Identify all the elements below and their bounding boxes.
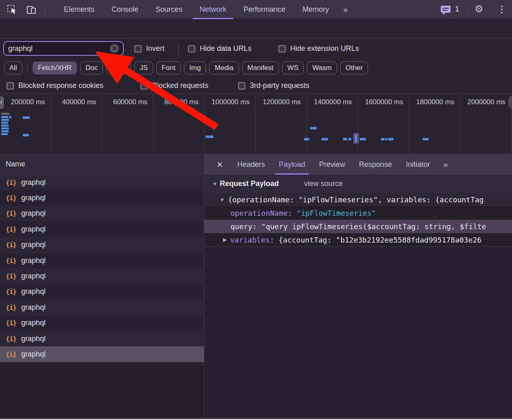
request-name: graphql (21, 256, 46, 265)
settings-gear-icon[interactable]: ⚙ (475, 4, 484, 14)
chip-manifest[interactable]: Manifest (242, 61, 279, 74)
request-row[interactable]: {i}graphql (0, 175, 204, 190)
timeline-request-bar (23, 116, 30, 119)
details-tab-initiator[interactable]: Initiator (399, 154, 437, 175)
more-tabs-icon[interactable]: » (337, 0, 352, 19)
filter-input-wrapper: ✕ (3, 41, 124, 56)
request-name: graphql (21, 335, 46, 343)
hide-extension-urls-checkbox[interactable]: Hide extension URLs (278, 44, 359, 53)
network-overview-timeline[interactable]: 200000 ms400000 ms600000 ms800000 ms1000… (0, 94, 512, 154)
chip-doc[interactable]: Doc (80, 61, 103, 74)
hide-data-urls-checkbox[interactable]: Hide data URLs (188, 44, 252, 53)
timeline-request-bar (343, 138, 347, 140)
request-row[interactable]: {i}graphql (0, 331, 204, 346)
request-row[interactable]: {i}graphql (0, 206, 204, 221)
fetch-xhr-icon: {i} (6, 350, 16, 358)
request-row[interactable]: {i}graphql (0, 221, 204, 237)
chip-ws[interactable]: WS (282, 61, 304, 74)
request-row[interactable]: {i}graphql (0, 190, 204, 206)
timeline-tick-label: 600000 ms (113, 98, 153, 106)
chip-other[interactable]: Other (340, 61, 368, 74)
json-key: operationName: (230, 209, 297, 217)
chip-font[interactable]: Font (156, 61, 181, 74)
chip-img[interactable]: Img (184, 61, 206, 74)
timeline-request-bar (1, 122, 8, 124)
timeline-column: 2000000 ms (460, 94, 512, 154)
invert-checkbox[interactable]: Invert (134, 44, 164, 53)
more-filters-row: Blocked response cookiesBlocked requests… (0, 77, 512, 94)
checkbox[interactable] (278, 45, 286, 52)
payload-summary-row[interactable]: ▼ {operationName: "ipFlowTimeseries", va… (204, 193, 512, 206)
timeline-request-bar (304, 138, 309, 140)
device-toolbar-icon[interactable] (26, 4, 37, 15)
payload-variables-row[interactable]: ▶ variables: {accountTag: "b12e3b2192ee5… (204, 233, 512, 247)
checkbox[interactable] (140, 82, 148, 90)
timeline-request-bar (385, 138, 387, 140)
invert-label: Invert (146, 44, 164, 53)
view-source-link[interactable]: view source (304, 179, 343, 188)
timeline-request-bar (1, 116, 9, 118)
chip-js[interactable]: JS (134, 61, 153, 74)
request-row[interactable]: {i}graphql (0, 253, 204, 268)
request-payload-section-header[interactable]: ▼ Request Payload view source (204, 175, 512, 193)
checkbox[interactable] (134, 45, 142, 52)
triangle-expanded-icon: ▼ (220, 197, 225, 203)
name-column-header[interactable]: Name (0, 154, 204, 175)
chip-fetchxhr[interactable]: Fetch/XHR (33, 61, 77, 74)
tab-performance[interactable]: Performance (235, 0, 294, 19)
timeline-selected-request-marker (353, 133, 359, 144)
request-row[interactable]: {i}graphql (0, 284, 204, 300)
network-filter-row: ✕ Invert Hide data URLs Hide extension U… (0, 39, 512, 58)
request-row[interactable]: {i}graphql (0, 268, 204, 284)
chip-media[interactable]: Media (209, 61, 238, 74)
payload-query-row-selected[interactable]: query: "query ipFlowTimeseries($accountT… (204, 220, 512, 233)
console-messages-icon[interactable] (440, 5, 453, 15)
request-row[interactable]: {i}graphql (0, 300, 204, 315)
request-row[interactable]: {i}graphql (0, 237, 204, 253)
tab-sources[interactable]: Sources (147, 0, 191, 19)
blocked-requests-checkbox[interactable]: Blocked requests (140, 81, 208, 90)
tab-network[interactable]: Network (191, 0, 235, 19)
timeline-request-bar (206, 136, 213, 138)
details-tab-preview[interactable]: Preview (312, 154, 352, 175)
timeline-left-handle[interactable]: I (0, 96, 4, 109)
timeline-request-bar (422, 138, 429, 140)
timeline-request-bar (310, 127, 317, 129)
timeline-request-bar (1, 133, 8, 135)
request-name: graphql (21, 272, 46, 280)
chip-all[interactable]: All (4, 61, 22, 74)
timeline-request-bar (1, 130, 9, 132)
request-row[interactable]: {i}graphql (0, 315, 204, 331)
tab-elements[interactable]: Elements (55, 0, 103, 19)
timeline-tick-label: 1800000 ms (416, 98, 460, 106)
details-tab-response[interactable]: Response (352, 154, 399, 175)
payload-operationname-row[interactable]: operationName: "ipFlowTimeseries" (204, 206, 512, 220)
details-tab-headers[interactable]: Headers (230, 154, 272, 175)
checkbox[interactable] (188, 45, 195, 52)
checkbox-label: Blocked response cookies (18, 81, 103, 90)
more-details-tabs-icon[interactable]: » (439, 160, 451, 169)
timeline-right-handle[interactable] (509, 96, 512, 108)
details-tab-payload[interactable]: Payload (272, 154, 312, 175)
tab-console[interactable]: Console (103, 0, 147, 19)
checkbox[interactable] (7, 82, 14, 90)
devtools-tabs: ElementsConsoleSourcesNetworkPerformance… (55, 0, 352, 19)
triangle-collapsed-icon: ▶ (223, 237, 227, 243)
blocked-response-cookies-checkbox[interactable]: Blocked response cookies (7, 81, 103, 90)
chip-wasm[interactable]: Wasm (307, 61, 337, 74)
more-options-icon[interactable]: ⋮ (497, 4, 506, 15)
tab-memory[interactable]: Memory (294, 0, 337, 19)
triangle-expanded-icon: ▼ (212, 181, 217, 187)
request-row[interactable]: {i}graphql (0, 346, 204, 362)
timeline-column: 1200000 ms (256, 94, 307, 154)
close-details-icon[interactable]: ✕ (212, 160, 228, 169)
request-payload-title: Request Payload (220, 179, 279, 188)
-rd-party-requests-checkbox[interactable]: 3rd-party requests (238, 81, 309, 90)
timeline-column: 400000 ms (51, 94, 103, 154)
filter-input[interactable] (8, 44, 110, 53)
checkbox[interactable] (238, 82, 245, 90)
fetch-xhr-icon: {i} (6, 194, 16, 202)
chip-css[interactable]: CSS (106, 61, 131, 74)
clear-filter-icon[interactable]: ✕ (110, 44, 119, 53)
inspect-element-icon[interactable] (7, 4, 18, 15)
